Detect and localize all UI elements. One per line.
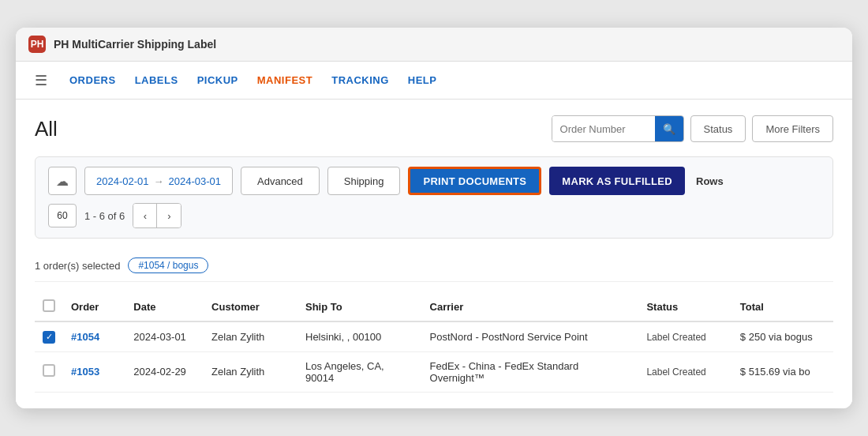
more-filters-button[interactable]: More Filters <box>752 115 833 142</box>
date-arrow-icon: → <box>154 175 164 187</box>
filter-row: 🔍 Status More Filters <box>552 115 833 142</box>
table-header-row: Order Date Customer Ship To Carrier Stat… <box>35 293 833 321</box>
order-number-filter[interactable]: 🔍 <box>552 115 684 142</box>
date-to: 2024-03-01 <box>169 175 222 187</box>
next-page-button[interactable]: › <box>157 204 181 227</box>
orders-table: Order Date Customer Ship To Carrier Stat… <box>35 293 833 393</box>
row-total: $ 250 via bogus <box>732 321 833 351</box>
advanced-button[interactable]: Advanced <box>241 167 320 195</box>
selected-order-tag[interactable]: #1054 / bogus <box>128 257 208 273</box>
nav-manifest[interactable]: MANIFEST <box>257 71 312 89</box>
row-customer: Zelan Zylith <box>204 351 297 392</box>
col-header-total: Total <box>732 293 833 321</box>
toolbar-bottom: 60 1 - 6 of 6 ‹ › <box>48 203 820 228</box>
prev-page-button[interactable]: ‹ <box>133 204 157 227</box>
main-content: All 🔍 Status More Filters ☁ 2024-02-01 →… <box>16 100 852 408</box>
status-badge: Label Created <box>646 332 705 343</box>
pagination-info: 1 - 6 of 6 <box>84 210 125 222</box>
selection-bar: 1 order(s) selected #1054 / bogus <box>35 250 833 282</box>
col-header-status: Status <box>638 293 731 321</box>
order-search-button[interactable]: 🔍 <box>655 116 683 141</box>
nav-help[interactable]: HELP <box>408 71 437 89</box>
row-status: Label Created <box>638 351 731 392</box>
col-header-checkbox <box>35 293 63 321</box>
mark-fulfilled-button[interactable]: MARK AS FULFILLED <box>549 167 685 195</box>
row-order: #1053 <box>63 351 125 392</box>
row-carrier: PostNord - PostNord Service Point <box>422 321 639 351</box>
top-row: All 🔍 Status More Filters <box>35 115 833 142</box>
order-number-input[interactable] <box>552 116 655 141</box>
status-filter-button[interactable]: Status <box>690 115 746 142</box>
row-status: Label Created <box>638 321 731 351</box>
row-ship-to: Los Angeles, CA, 90014 <box>297 351 422 392</box>
row-checkbox-cell <box>35 351 63 392</box>
rows-label: Rows <box>696 175 724 187</box>
cloud-button[interactable]: ☁ <box>48 167 77 195</box>
row-carrier: FedEx - China - FedEx Standard Overnight… <box>422 351 639 392</box>
print-documents-button[interactable]: PRINT DOCUMENTS <box>408 167 541 195</box>
page-title: All <box>35 117 58 141</box>
table-row: #1053 2024-02-29 Zelan Zylith Los Angele… <box>35 351 833 392</box>
order-link[interactable]: #1053 <box>71 366 99 378</box>
toolbar: ☁ 2024-02-01 → 2024-03-01 Advanced Shipp… <box>35 156 833 239</box>
shipping-button[interactable]: Shipping <box>327 167 401 195</box>
row-date: 2024-02-29 <box>125 351 204 392</box>
table-row: ✓ #1054 2024-03-01 Zelan Zylith Helsinki… <box>35 321 833 351</box>
title-bar: PH PH MultiCarrier Shipping Label <box>16 28 852 62</box>
app-title: PH MultiCarrier Shipping Label <box>54 38 216 51</box>
row-checkbox[interactable]: ✓ <box>43 331 55 344</box>
row-date: 2024-03-01 <box>125 321 204 351</box>
row-customer: Zelan Zylith <box>204 321 297 351</box>
col-header-date: Date <box>125 293 204 321</box>
order-link[interactable]: #1054 <box>71 331 99 343</box>
nav-labels[interactable]: LABELS <box>135 71 178 89</box>
row-order: #1054 <box>63 321 125 351</box>
select-all-checkbox[interactable] <box>43 299 55 312</box>
nav-bar: ☰ ORDERS LABELS PICKUP MANIFEST TRACKING… <box>16 62 852 100</box>
col-header-order: Order <box>63 293 125 321</box>
hamburger-icon[interactable]: ☰ <box>32 69 51 92</box>
app-icon: PH <box>28 36 46 53</box>
col-header-carrier: Carrier <box>422 293 639 321</box>
row-total: $ 515.69 via bo <box>732 351 833 392</box>
nav-orders[interactable]: ORDERS <box>69 71 116 89</box>
rows-select[interactable]: 60 <box>48 204 77 227</box>
date-from: 2024-02-01 <box>96 175 149 187</box>
col-header-customer: Customer <box>204 293 297 321</box>
row-checkbox[interactable] <box>43 364 55 377</box>
row-ship-to: Helsinki, , 00100 <box>297 321 422 351</box>
nav-tracking[interactable]: TRACKING <box>331 71 389 89</box>
selection-count: 1 order(s) selected <box>35 260 120 272</box>
status-badge: Label Created <box>646 366 705 378</box>
nav-pickup[interactable]: PICKUP <box>197 71 238 89</box>
toolbar-top: ☁ 2024-02-01 → 2024-03-01 Advanced Shipp… <box>48 167 820 195</box>
row-checkbox-cell: ✓ <box>35 321 63 351</box>
date-range-button[interactable]: 2024-02-01 → 2024-03-01 <box>84 167 233 195</box>
app-window: PH PH MultiCarrier Shipping Label ☰ ORDE… <box>16 28 852 408</box>
col-header-shipto: Ship To <box>297 293 422 321</box>
pagination-buttons: ‹ › <box>133 203 181 228</box>
